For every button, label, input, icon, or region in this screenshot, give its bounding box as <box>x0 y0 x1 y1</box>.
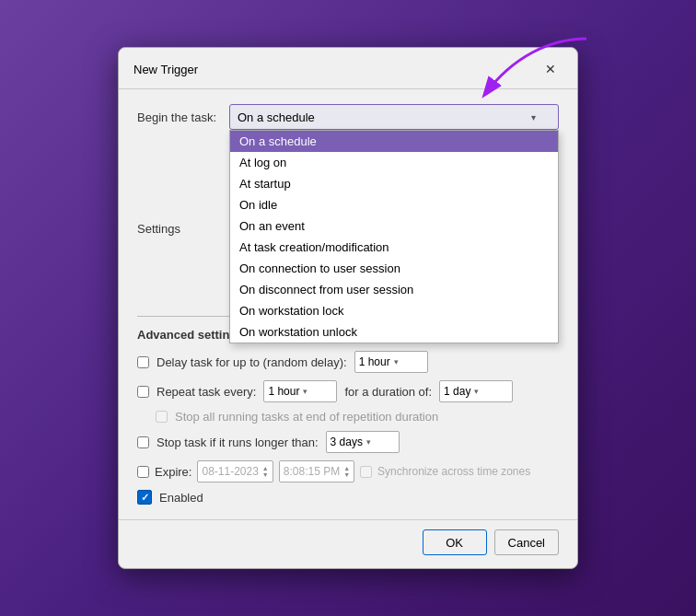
stop-running-label: Stop all running tasks at end of repetit… <box>175 410 438 424</box>
repeat-task-row: Repeat task every: 1 hour ▾ for a durati… <box>137 380 559 402</box>
duration-value: 1 day <box>444 385 470 398</box>
enabled-label: Enabled <box>159 491 203 505</box>
spin-up-icon[interactable]: ▲ <box>262 465 269 471</box>
duration-dropdown-arrow: ▾ <box>474 387 479 396</box>
expire-row: Expire: 08-11-2023 ▲ ▼ 8:08:15 PM ▲ ▼ <box>137 460 559 482</box>
dropdown-item-3[interactable]: On idle <box>230 194 558 215</box>
new-trigger-dialog: New Trigger ✕ Begin the task: On a sched… <box>118 47 578 569</box>
expire-time-value: 8:08:15 PM <box>284 465 340 478</box>
delay-value: 1 hour <box>359 355 390 368</box>
expire-date-value: 08-11-2023 <box>202 465 258 478</box>
sync-expire-label: Synchronize across time zones <box>377 465 530 478</box>
sync-expire-checkbox[interactable] <box>360 466 372 478</box>
dropdown-item-5[interactable]: At task creation/modification <box>230 237 558 258</box>
duration-dropdown[interactable]: 1 day ▾ <box>439 380 513 402</box>
stop-longer-dropdown[interactable]: 3 days ▾ <box>326 431 400 453</box>
begin-task-dropdown-menu: On a schedule At log on At startup On id… <box>229 130 559 343</box>
dialog-title: New Trigger <box>133 63 198 76</box>
delay-task-row: Delay task for up to (random delay): 1 h… <box>137 351 559 373</box>
expire-time-spinners[interactable]: ▲ ▼ <box>343 465 350 478</box>
dropdown-item-8[interactable]: On workstation lock <box>230 300 558 321</box>
begin-task-value: On a schedule <box>238 110 315 124</box>
dropdown-item-7[interactable]: On disconnect from user session <box>230 279 558 300</box>
stop-longer-value: 3 days <box>331 436 363 448</box>
enabled-row: Enabled <box>137 490 559 505</box>
enabled-checkbox[interactable] <box>137 490 152 505</box>
dropdown-item-2[interactable]: At startup <box>230 173 558 194</box>
duration-label: for a duration of: <box>344 385 432 399</box>
cancel-button[interactable]: Cancel <box>494 529 559 555</box>
settings-label: Settings <box>137 222 180 236</box>
expire-date-input[interactable]: 08-11-2023 ▲ ▼ <box>197 460 273 482</box>
time-spin-up-icon[interactable]: ▲ <box>343 465 350 471</box>
begin-task-row: Begin the task: On a schedule ▾ On a sch… <box>137 104 559 130</box>
dropdown-item-1[interactable]: At log on <box>230 152 558 173</box>
ok-button[interactable]: OK <box>423 529 487 555</box>
dialog-body: Begin the task: On a schedule ▾ On a sch… <box>119 89 577 519</box>
delay-dropdown[interactable]: 1 hour ▾ <box>354 351 428 373</box>
stop-running-checkbox[interactable] <box>156 411 168 423</box>
dropdown-item-6[interactable]: On connection to user session <box>230 258 558 279</box>
dropdown-item-9[interactable]: On workstation unlock <box>230 321 558 343</box>
dropdown-item-0[interactable]: On a schedule <box>230 131 558 152</box>
dropdown-item-4[interactable]: On an event <box>230 215 558 237</box>
begin-task-label: Begin the task: <box>137 110 229 124</box>
expire-date-spinners[interactable]: ▲ ▼ <box>262 465 269 478</box>
expire-time-input[interactable]: 8:08:15 PM ▲ ▼ <box>279 460 354 482</box>
begin-task-dropdown-wrapper: On a schedule ▾ On a schedule At log on … <box>229 104 559 130</box>
stop-longer-label: Stop task if it runs longer than: <box>157 436 319 449</box>
repeat-task-label: Repeat task every: <box>157 385 256 399</box>
begin-task-dropdown[interactable]: On a schedule ▾ <box>229 104 559 130</box>
repeat-dropdown[interactable]: 1 hour ▾ <box>263 380 337 402</box>
delay-dropdown-arrow: ▾ <box>394 357 399 366</box>
expire-checkbox[interactable] <box>137 466 149 478</box>
dialog-footer: OK Cancel <box>119 519 577 568</box>
repeat-value: 1 hour <box>268 385 299 398</box>
advanced-settings-section: Advanced settings Delay task for up to (… <box>137 328 559 505</box>
delay-task-label: Delay task for up to (random delay): <box>157 355 347 369</box>
repeat-dropdown-arrow: ▾ <box>303 387 307 396</box>
chevron-down-icon: ▾ <box>531 112 536 122</box>
stop-longer-arrow: ▾ <box>366 437 371 447</box>
delay-task-checkbox[interactable] <box>137 356 149 368</box>
stop-longer-row: Stop task if it runs longer than: 3 days… <box>137 431 559 453</box>
time-spin-down-icon[interactable]: ▼ <box>343 471 350 478</box>
close-button[interactable]: ✕ <box>539 57 563 81</box>
expire-label: Expire: <box>155 465 191 479</box>
spin-down-icon[interactable]: ▼ <box>262 471 269 478</box>
stop-longer-checkbox[interactable] <box>137 436 149 448</box>
repeat-task-checkbox[interactable] <box>137 386 149 398</box>
stop-running-row: Stop all running tasks at end of repetit… <box>137 410 559 424</box>
title-bar: New Trigger ✕ <box>119 48 577 89</box>
